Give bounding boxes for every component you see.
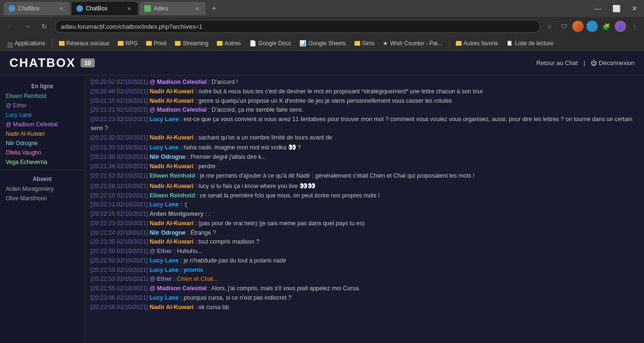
logout-icon: ⏻ <box>591 59 597 66</box>
message-m16: [20:22:24 02/10/2021] Niir Odrogne : Étr… <box>91 229 638 237</box>
page-wrapper: CHATBOX 10 Retour au Chat | ⏻ Déconnexio… <box>0 51 644 343</box>
address-bar: ← → ↻ ☆ 🛡 🧩 👤 ⋮ <box>0 17 644 36</box>
absent-section-title: Absent <box>0 173 84 184</box>
bookmark-wish[interactable]: ★ Wish Counter - Pai... <box>379 39 446 48</box>
bookmark-wish-label: Wish Counter - Pai... <box>390 40 442 47</box>
address-actions: ☆ 🛡 🧩 👤 ⋮ <box>544 21 640 32</box>
header-separator: | <box>584 59 585 66</box>
user-vega-name: Vega Echeverria <box>6 159 47 165</box>
bookmark-autres2-label: Autres favoris <box>463 40 498 47</box>
message-m8: [20:21:36 02/10/2021] Niir Odrogne : Pre… <box>91 153 638 162</box>
back-button[interactable]: ← <box>4 20 17 33</box>
folder-icon <box>355 41 360 46</box>
tab-chatbox-2[interactable]: ChatBox ✕ <box>72 2 138 15</box>
bookmark-gdocs[interactable]: 📄 Google Docs <box>246 39 295 48</box>
sidebar-user-madison[interactable]: @ Madison Celestial <box>0 120 84 129</box>
bookmark-rpg-label: RPG <box>125 40 138 47</box>
folder-icon <box>456 41 462 46</box>
sidebar-user-lucy[interactable]: Lucy Lane <box>0 110 84 120</box>
message-m4: [20:21:21 02/10/2021] @ Madison Celestia… <box>91 106 638 114</box>
message-m24: [20:23:08 02/10/2021] Nadir Al-Kuwari : … <box>91 303 638 312</box>
tab-label-1: ChatBox <box>18 5 55 12</box>
main-content: En ligne Eliwen Reinhold @ Ether Lucy La… <box>0 75 644 343</box>
sidebar-user-niir[interactable]: Niir Odrogne <box>0 139 84 148</box>
bookmark-rpg[interactable]: RPG <box>114 39 141 48</box>
bookmark-reseaux[interactable]: Réseaux sociaux <box>55 39 113 48</box>
minimize-button[interactable]: — <box>592 3 604 14</box>
list-icon: 📋 <box>506 40 513 46</box>
tab-chatbox-1[interactable]: ChatBox ✕ <box>4 2 70 15</box>
forward-button[interactable]: → <box>21 20 34 33</box>
bookmark-prive[interactable]: Privé <box>142 39 170 48</box>
profile-avatar-3[interactable]: 👤 <box>615 21 626 32</box>
bookmarks-separator-1 <box>52 39 52 48</box>
message-m7: [20:21:33 02/10/2021] Lucy Lane : haha n… <box>91 142 638 152</box>
bookmark-reseaux-label: Réseaux sociaux <box>66 40 109 47</box>
folder-icon <box>217 41 223 46</box>
bookmark-prive-label: Privé <box>154 40 166 47</box>
shield-icon[interactable]: 🛡 <box>558 21 570 32</box>
menu-icon[interactable]: ⋮ <box>629 21 640 32</box>
bookmark-gsheets[interactable]: 📊 Google Sheets <box>296 39 349 48</box>
message-m9: [20:21:38 02/10/2021] Nadir Al-Kuwari : … <box>91 162 638 171</box>
sidebar: En ligne Eliwen Reinhold @ Ether Lucy La… <box>0 75 85 343</box>
extensions-icon[interactable]: 🧩 <box>601 21 612 32</box>
user-nadir-name: Nadir Al-Kuwari <box>6 131 45 137</box>
tab-close-2[interactable]: ✕ <box>125 5 133 12</box>
folder-icon <box>146 41 152 46</box>
tab-close-3[interactable]: ✕ <box>193 5 201 12</box>
message-m18: [20:22:50 02/10/2021] @ Ether : Huhuhu..… <box>91 247 638 256</box>
user-arden-name: Arden Montgomery <box>6 186 54 192</box>
bookmark-sims[interactable]: Sims <box>351 39 379 48</box>
bookmark-applications[interactable]: Applications <box>4 37 49 49</box>
message-m12: [20:22:10 02/10/2021] Eliwen Reinhold : … <box>91 191 638 200</box>
gsheets-icon: 📊 <box>299 40 306 47</box>
reload-button[interactable]: ↻ <box>38 20 51 33</box>
user-lucy-name: Lucy Lane <box>6 112 32 118</box>
tab-favicon-2 <box>76 5 83 12</box>
bookmarks-bar: Applications Réseaux sociaux RPG Privé S… <box>0 36 644 51</box>
star-icon: ★ <box>383 40 388 47</box>
bookmark-autres2[interactable]: Autres favoris <box>452 39 502 48</box>
user-ofelia-name: Ofelia Vaughn <box>6 149 41 156</box>
chat-area[interactable]: [20:20:02 02/10/2021] @ Madison Celestia… <box>85 75 644 343</box>
tab-favicon-1 <box>8 5 15 12</box>
message-m14: [20:22:15 02/10/2021] Arden Montgomery :… <box>91 210 638 219</box>
sidebar-user-ofelia[interactable]: Ofelia Vaughn <box>0 148 84 157</box>
tab-adieu[interactable]: Adieu ✕ <box>140 2 206 15</box>
sidebar-user-eliwen[interactable]: Eliwen Reinhold <box>0 91 84 101</box>
address-input[interactable] <box>55 20 540 33</box>
deconnexion-label: Déconnexion <box>599 59 635 66</box>
user-niir-name: Niir Odrogne <box>6 140 38 147</box>
deconnexion-link[interactable]: ⏻ Déconnexion <box>591 59 635 66</box>
tab-close-1[interactable]: ✕ <box>58 5 65 12</box>
bookmark-liste[interactable]: 📋 Liste de lecture <box>503 39 557 48</box>
bookmark-autres[interactable]: Autres <box>213 39 245 48</box>
retour-au-chat-link[interactable]: Retour au Chat <box>537 59 578 66</box>
bookmark-streaming[interactable]: Streaming <box>171 39 212 48</box>
profile-avatar-1[interactable] <box>572 21 584 32</box>
tab-favicon-3 <box>144 5 151 12</box>
message-m17: [20:22:35 02/10/2021] Nadir Al-Kuwari : … <box>91 237 638 246</box>
maximize-button[interactable]: ⬜ <box>610 3 623 14</box>
apps-grid-icon <box>8 39 13 48</box>
profile-avatar-2[interactable] <box>586 21 598 32</box>
browser-chrome: ChatBox ✕ ChatBox ✕ Adieu ✕ + — ⬜ ✕ ← → … <box>0 0 644 51</box>
bookmark-streaming-label: Streaming <box>182 40 208 47</box>
message-m5: [20:21:23 02/10/2021] Lucy Lane : est-ce… <box>91 115 638 133</box>
sidebar-user-vega[interactable]: Vega Echeverria <box>0 157 84 167</box>
sidebar-user-ether[interactable]: @ Ether <box>0 101 84 110</box>
close-button[interactable]: ✕ <box>629 3 640 14</box>
bookmark-gdocs-label: Google Docs <box>258 40 291 47</box>
new-tab-button[interactable]: + <box>207 2 221 15</box>
window-controls: — ⬜ ✕ <box>592 3 640 14</box>
user-madison-name: @ Madison Celestial <box>6 121 58 128</box>
sidebar-user-olive[interactable]: Olive Marsthonn <box>0 194 84 203</box>
folder-icon <box>118 41 124 46</box>
star-icon[interactable]: ☆ <box>544 21 555 32</box>
sidebar-user-nadir[interactable]: Nadir Al-Kuwari <box>0 129 84 139</box>
chatbox-header: CHATBOX 10 Retour au Chat | ⏻ Déconnexio… <box>0 51 644 75</box>
bookmark-sims-label: Sims <box>362 40 375 47</box>
sidebar-user-arden[interactable]: Arden Montgomery <box>0 184 84 194</box>
tab-label-3: Adieu <box>154 5 190 12</box>
